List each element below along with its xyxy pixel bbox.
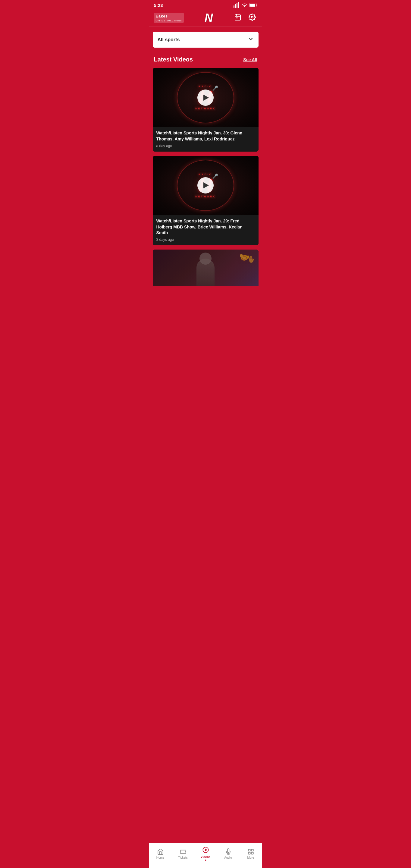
battery-icon	[250, 3, 257, 7]
svg-rect-10	[236, 18, 237, 19]
video-title: Watch/Listen Sports Nightly Jan. 29: Fre…	[156, 218, 255, 236]
header-actions	[233, 12, 257, 24]
svg-rect-0	[233, 5, 234, 8]
see-all-button[interactable]: See All	[243, 57, 257, 62]
video-time: a day ago	[156, 144, 255, 148]
play-button[interactable]	[197, 177, 214, 193]
video-thumbnail: RADIO H 🎤 NETWORK	[153, 156, 258, 215]
play-triangle-icon	[203, 182, 209, 188]
section-title: Latest Videos	[154, 56, 193, 63]
play-button[interactable]	[197, 90, 214, 106]
chevron-down-icon	[248, 36, 254, 43]
latest-videos-header: Latest Videos See All	[149, 53, 262, 66]
eakes-logo-subtitle: OFFICE SOLUTIONS	[156, 19, 182, 22]
video-info: Watch/Listen Sports Nightly Jan. 29: Fre…	[153, 215, 258, 245]
header: Eakes OFFICE SOLUTIONS N	[149, 10, 262, 27]
main-content: Latest Videos See All RADIO H	[149, 50, 262, 310]
status-icons	[233, 2, 257, 8]
svg-rect-3	[238, 2, 239, 8]
calendar-button[interactable]	[233, 12, 243, 24]
calendar-icon	[234, 13, 241, 21]
nebraska-logo: N	[204, 12, 212, 24]
wifi-icon	[241, 2, 248, 8]
svg-rect-5	[250, 4, 255, 7]
status-time: 5:23	[154, 3, 163, 8]
settings-button[interactable]	[247, 12, 257, 24]
video-card[interactable]: RADIO H 🎤 NETWORK Watch/Listen Sports	[153, 156, 258, 245]
video-thumbnail: RADIO H 🎤 NETWORK	[153, 68, 258, 127]
all-sports-dropdown[interactable]: All sports	[153, 32, 258, 48]
svg-rect-11	[238, 18, 238, 19]
video-card[interactable]: RADIO H 🎤 NETWORK Watc	[153, 68, 258, 152]
partial-thumbnail: 🤝 ✋	[153, 250, 258, 286]
video-info: Watch/Listen Sports Nightly Jan. 30: Gle…	[153, 127, 258, 151]
settings-icon	[249, 13, 256, 21]
video-title: Watch/Listen Sports Nightly Jan. 30: Gle…	[156, 130, 255, 142]
video-card-partial[interactable]: 🤝 ✋	[153, 250, 258, 286]
svg-rect-1	[235, 4, 236, 8]
sports-dropdown-label: All sports	[158, 37, 180, 42]
video-time: 3 days ago	[156, 238, 255, 242]
svg-rect-2	[236, 3, 238, 8]
play-triangle-icon	[203, 95, 209, 101]
sponsor-logo: Eakes OFFICE SOLUTIONS	[154, 13, 184, 23]
status-bar: 5:23	[149, 0, 262, 10]
svg-point-12	[251, 16, 253, 18]
eakes-logo-text: Eakes	[156, 13, 182, 19]
signal-icon	[233, 2, 240, 8]
